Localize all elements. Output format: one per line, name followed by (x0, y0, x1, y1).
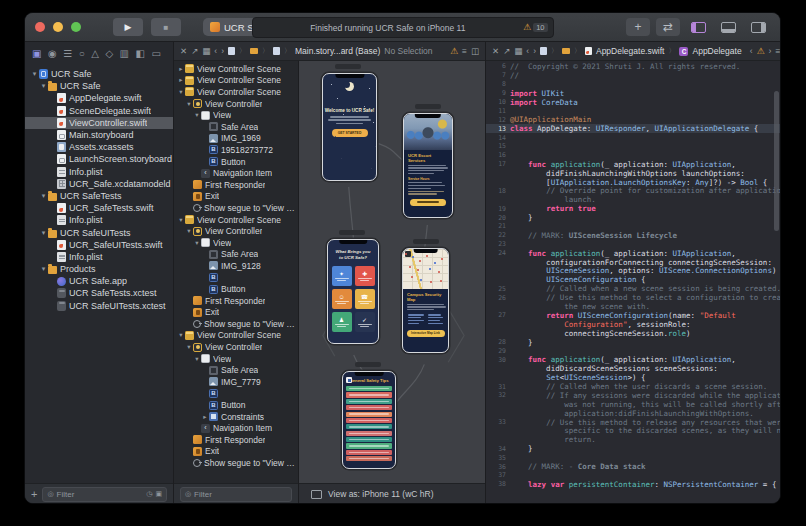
outline-row[interactable]: ▾View Controller Scene (174, 86, 298, 98)
outline-row[interactable]: First Responder (174, 179, 298, 191)
file-row[interactable]: UCR_SafeTests.swift (25, 202, 173, 214)
code-line[interactable]: was not running, this will be called sho… (486, 400, 780, 409)
recent-files-icon[interactable]: ◷ (146, 490, 152, 498)
forward-icon[interactable]: › (533, 46, 536, 56)
file-row[interactable]: UCR Safe.app (25, 275, 173, 287)
folder-icon[interactable] (562, 48, 570, 54)
code-line[interactable]: 29 (486, 347, 780, 356)
code-line[interactable]: 10import CoreData (486, 98, 780, 107)
disclosure-icon[interactable]: ▾ (39, 265, 48, 273)
code-line[interactable]: 11 (486, 106, 780, 115)
disclosure-icon[interactable]: ▾ (39, 192, 48, 200)
scene-titlebar[interactable] (335, 64, 361, 69)
code-line[interactable]: UISceneConfiguration { (486, 275, 780, 284)
code-line[interactable]: 33 // Use this method to release any res… (486, 418, 780, 427)
code-line[interactable]: 13class AppDelegate: UIResponder, UIAppl… (486, 124, 780, 133)
code-line[interactable]: specific to the discarded scenes, as the… (486, 427, 780, 436)
code-line[interactable]: 22 // MARK: UISceneSession Lifecycle (486, 231, 780, 240)
code-line[interactable]: 7// (486, 71, 780, 80)
outline-row[interactable]: First Responder (174, 434, 298, 446)
debug-navigator-icon[interactable]: ▥ (120, 49, 129, 59)
outline-row[interactable]: Button (174, 283, 298, 295)
file-row[interactable]: AppDelegate.swift (25, 92, 173, 104)
navigator-toggle-button[interactable] (686, 18, 710, 36)
file-row[interactable]: ViewController.swift (25, 117, 173, 129)
breadcrumb-symbol[interactable]: AppDelegate (692, 46, 741, 56)
code-line[interactable]: 30 func application(_ application: UIApp… (486, 355, 780, 364)
file-row[interactable]: ▾UCR SafeUITests (25, 226, 173, 238)
disclosure-icon[interactable]: ▸ (201, 413, 209, 421)
outline-row[interactable]: IMG_9128 (174, 260, 298, 272)
disclosure-icon[interactable]: ▾ (193, 239, 201, 247)
file-row[interactable]: UCR SafeUITests.xctest (25, 300, 173, 312)
warning-badge[interactable]: ⚠ 10 (523, 23, 547, 32)
jumpbar-warning-icon[interactable]: ⚠ (756, 47, 764, 56)
outline-row[interactable] (174, 388, 298, 400)
debug-area-toggle-button[interactable] (716, 18, 740, 36)
device-configuration-icon[interactable] (311, 490, 322, 499)
disclosure-icon[interactable]: ▾ (193, 111, 201, 119)
outline-row[interactable]: Safe Area (174, 121, 298, 133)
code-line[interactable]: 31 // Called when the user discards a sc… (486, 382, 780, 391)
code-line[interactable]: 36 // MARK: - Core Data stack (486, 462, 780, 471)
code-line[interactable]: [UIApplication.LaunchOptionsKey: Any]?) … (486, 178, 780, 187)
outline-row[interactable]: First Responder (174, 295, 298, 307)
disclosure-icon[interactable]: ▾ (177, 216, 185, 224)
assistant-editor-icon[interactable]: ◫ (471, 46, 479, 56)
code-review-button[interactable]: ⇄ (656, 18, 680, 36)
scene-titlebar[interactable] (415, 104, 441, 109)
code-line[interactable]: 18 // Override point for customization a… (486, 186, 780, 195)
tips-screen-phone[interactable]: General Safety Tips (342, 371, 396, 469)
outline-row[interactable]: Safe Area (174, 249, 298, 261)
outline-row[interactable]: 19518273772 (174, 144, 298, 156)
symbol-navigator-icon[interactable]: ☰ (63, 49, 72, 59)
file-row[interactable]: ▾UCR SafeTests (25, 190, 173, 202)
code-line[interactable]: 34 } (486, 444, 780, 453)
swift-file-icon[interactable] (585, 47, 592, 55)
next-issue-icon[interactable]: › (769, 46, 772, 56)
close-editor-icon[interactable]: ✕ (492, 46, 499, 56)
code-line[interactable]: 17 func application(_ application: UIApp… (486, 160, 780, 169)
outline-row[interactable]: Navigation Item (174, 422, 298, 434)
outline-toggle-icon[interactable]: ≡ (462, 46, 467, 56)
related-items-icon[interactable]: ▦ (514, 46, 522, 56)
outline-row[interactable] (174, 272, 298, 284)
breadcrumb-selection[interactable]: No Selection (384, 46, 432, 56)
scene-titlebar[interactable] (413, 239, 439, 244)
outline-row[interactable]: Show segue to "View Cont… (174, 318, 298, 330)
code-line[interactable]: 32 // If any sessions were discarded whi… (486, 391, 780, 400)
zoom-window-button[interactable] (71, 22, 81, 32)
issue-navigator-icon[interactable]: △ (91, 49, 99, 59)
code-line[interactable]: 20 } (486, 213, 780, 222)
file-row[interactable]: ▾Products (25, 263, 173, 275)
code-line[interactable]: 9import UIKit (486, 89, 780, 98)
test-navigator-icon[interactable]: ◇ (105, 49, 113, 59)
run-button[interactable]: ▶ (113, 18, 143, 36)
disclosure-icon[interactable]: ▾ (39, 229, 48, 237)
menu-screen-phone[interactable]: What Brings you to UCR Safe? ✦✚☺☎♟✓ (327, 239, 379, 344)
code-editor[interactable]: 6// Copyright © 2021 Shruti J. All right… (486, 61, 780, 504)
file-row[interactable]: ▾UCR Safe (25, 68, 173, 80)
disclosure-icon[interactable]: ▾ (30, 70, 39, 78)
code-line[interactable]: 24 func application(_ application: UIApp… (486, 249, 780, 258)
code-line[interactable]: return. (486, 435, 780, 444)
code-line[interactable]: 35 (486, 453, 780, 462)
outline-row[interactable]: Safe Area (174, 364, 298, 376)
disclosure-icon[interactable]: ▾ (185, 100, 193, 108)
disclosure-icon[interactable]: ▾ (185, 227, 193, 235)
outline-row[interactable]: IMG_7779 (174, 376, 298, 388)
jumpbar-warning-icon[interactable]: ⚠ (450, 47, 458, 56)
outline-row[interactable]: Button (174, 156, 298, 168)
code-line[interactable]: 23 (486, 240, 780, 249)
file-row[interactable]: LaunchScreen.storyboard (25, 153, 173, 165)
code-line[interactable]: launch. (486, 195, 780, 204)
project-doc-icon[interactable] (540, 47, 547, 55)
minimize-window-button[interactable] (53, 22, 63, 32)
file-row[interactable]: Info.plist (25, 214, 173, 226)
code-line[interactable]: 15 (486, 142, 780, 151)
file-row[interactable]: UCR_SafeUITests.swift (25, 239, 173, 251)
file-row[interactable]: ▾UCR Safe (25, 80, 173, 92)
editor-scrollbar[interactable] (774, 91, 779, 231)
outline-row[interactable]: Show segue to "View Cont… (174, 202, 298, 214)
code-line[interactable]: 38 lazy var persistentContainer: NSPersi… (486, 480, 780, 489)
